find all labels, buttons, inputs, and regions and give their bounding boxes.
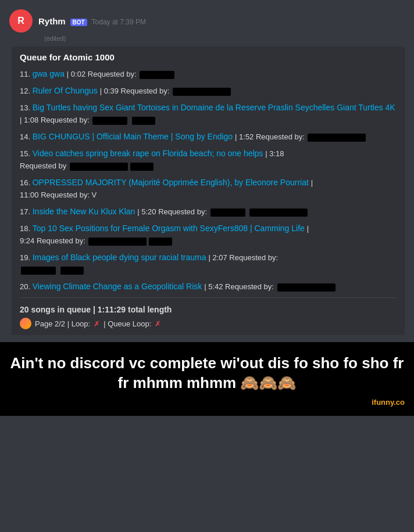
item-number: 13. (20, 103, 33, 112)
redacted-name-2 (249, 209, 308, 217)
song-link[interactable]: Big Turtles having Sex Giant Tortoises i… (33, 103, 395, 112)
redacted-name-2 (130, 163, 154, 171)
redacted-name (70, 163, 128, 171)
redacted-name-2 (149, 238, 172, 246)
redacted-name (21, 267, 56, 275)
rythm-icon (20, 318, 31, 329)
item-meta: | 0:02 Requested by: (67, 70, 176, 78)
summary-line: 20 songs in queue | 1:11:29 total length (20, 305, 397, 314)
song-link[interactable]: Viewing Climate Change as a Geopolitical… (33, 282, 202, 291)
list-item: 11. gwa gwa | 0:02 Requested by: (20, 68, 397, 80)
header-info: Rythm BOT Today at 7:39 PM (38, 16, 146, 26)
redacted-name (88, 238, 147, 246)
queue-loop-x-icon: ✗ (155, 319, 161, 328)
redacted-name (140, 71, 174, 79)
edited-label: (edited) (44, 35, 405, 42)
list-item: 12. Ruler Of Chungus | 0:39 Requested by… (20, 85, 397, 97)
redacted-name (277, 283, 336, 292)
list-item: 14. BIG CHUNGUS | Official Main Theme | … (20, 131, 397, 143)
timestamp: Today at 7:39 PM (92, 18, 146, 26)
ifunny-logo: ifunny.co (372, 398, 405, 407)
message-header: R Rythm BOT Today at 7:39 PM (9, 9, 405, 33)
song-link[interactable]: BIG CHUNGUS | Official Main Theme | Song… (33, 132, 233, 141)
list-item: 15. Video catches spring break rape on F… (20, 148, 397, 172)
loop-x-icon: ✗ (94, 319, 100, 328)
redacted-name (173, 88, 231, 96)
redacted-name-2 (60, 267, 84, 275)
username: Rythm (38, 16, 66, 26)
redacted-name (210, 209, 245, 217)
redacted-name-2 (132, 117, 155, 125)
item-meta: | 1:52 Requested by: (235, 132, 367, 141)
item-number: 17. (20, 207, 33, 216)
banner-text: Ain't no discord vc complete wi'out dis … (9, 354, 405, 393)
list-item: 20. Viewing Climate Change as a Geopolit… (20, 281, 397, 293)
separator (20, 297, 397, 298)
list-item: 18. Top 10 Sex Positions for Female Orga… (20, 222, 397, 247)
song-link[interactable]: gwa gwa (33, 69, 65, 78)
ifunny-footer: ifunny.co (9, 398, 405, 407)
item-number: 11. (20, 70, 33, 78)
bot-badge: BOT (70, 19, 87, 26)
page-info: Page 2/2 | Loop: (35, 319, 90, 328)
redacted-name (92, 117, 127, 125)
avatar: R (9, 9, 33, 33)
song-link[interactable]: Top 10 Sex Positions for Female Orgasm w… (33, 224, 305, 233)
list-item: 13. Big Turtles having Sex Giant Tortois… (20, 102, 397, 126)
message-content: Queue for Atomic 1000 11. gwa gwa | 0:02… (9, 46, 405, 335)
redacted-name (308, 134, 366, 142)
queue-loop-label: | Queue Loop: (104, 319, 151, 328)
item-meta: | 5:20 Requested by: (137, 207, 309, 216)
queue-title: Queue for Atomic 1000 (20, 52, 397, 62)
ifunny-banner: Ain't no discord vc complete wi'out dis … (0, 342, 414, 416)
item-meta: | 5:42 Requested by: (204, 282, 336, 291)
item-meta: | 1:08 Requested by: (20, 116, 156, 124)
item-number: 12. (20, 87, 33, 95)
discord-message: R Rythm BOT Today at 7:39 PM (edited) Qu… (0, 0, 414, 342)
song-link[interactable]: Images of Black people dying spur racial… (33, 253, 206, 262)
footer-line: Page 2/2 | Loop: ✗ | Queue Loop: ✗ (20, 318, 397, 329)
item-number: 20. (20, 282, 33, 291)
item-number: 19. (20, 253, 33, 262)
item-number: 18. (20, 224, 33, 233)
item-meta: | 0:39 Requested by: (100, 87, 232, 95)
list-item: 17. Inside the New Ku Klux Klan | 5:20 R… (20, 206, 397, 218)
list-item: 16. OPPRESSED MAJORITY (Majorité Opprimé… (20, 177, 397, 201)
song-link[interactable]: Ruler Of Chungus (33, 86, 98, 95)
list-item: 19. Images of Black people dying spur ra… (20, 251, 397, 276)
song-link[interactable]: OPPRESSED MAJORITY (Majorité Opprimée En… (33, 178, 309, 187)
item-number: 16. (20, 178, 33, 187)
song-link[interactable]: Video catches spring break rape on Flori… (33, 149, 263, 158)
item-number: 15. (20, 149, 33, 158)
song-link[interactable]: Inside the New Ku Klux Klan (33, 207, 135, 216)
item-number: 14. (20, 132, 33, 141)
